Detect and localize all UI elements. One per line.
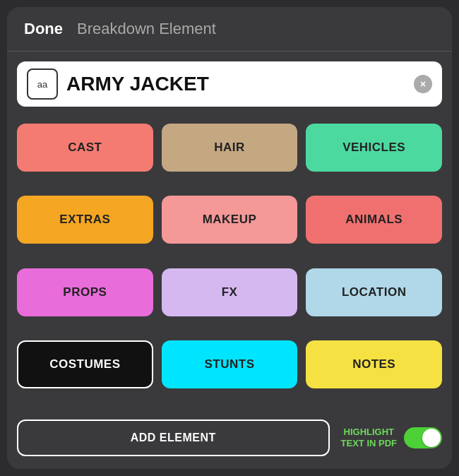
search-icon-label: aa — [37, 79, 47, 90]
highlight-section: HIGHLIGHTTEXT IN PDF — [341, 427, 442, 448]
props-button[interactable]: PROPS — [17, 268, 153, 316]
header: Done Breakdown Element — [7, 7, 452, 52]
highlight-toggle[interactable] — [404, 427, 442, 448]
notes-button[interactable]: NOTES — [306, 340, 442, 388]
search-clear-button[interactable]: × — [414, 75, 432, 93]
cast-button[interactable]: CAST — [17, 124, 153, 172]
vehicles-button[interactable]: VEHICLES — [306, 124, 442, 172]
add-element-button[interactable]: ADD ELEMENT — [17, 420, 330, 456]
header-title: Breakdown Element — [77, 20, 216, 38]
extras-button[interactable]: EXTRAS — [17, 196, 153, 244]
modal: Done Breakdown Element aa ARMY JACKET × … — [7, 7, 452, 469]
search-value[interactable]: ARMY JACKET — [66, 73, 405, 95]
done-button[interactable]: Done — [24, 20, 63, 38]
footer: ADD ELEMENT HIGHLIGHTTEXT IN PDF — [7, 411, 452, 469]
category-grid: CAST HAIR VEHICLES EXTRAS MAKEUP ANIMALS… — [7, 117, 452, 411]
search-area: aa ARMY JACKET × — [17, 61, 442, 107]
toggle-knob — [422, 429, 441, 447]
search-icon-box: aa — [27, 69, 58, 100]
highlight-label: HIGHLIGHTTEXT IN PDF — [341, 427, 397, 448]
makeup-button[interactable]: MAKEUP — [162, 196, 298, 244]
fx-button[interactable]: FX — [162, 268, 298, 316]
costumes-button[interactable]: COSTUMES — [17, 340, 153, 388]
stunts-button[interactable]: STUNTS — [162, 340, 298, 388]
hair-button[interactable]: HAIR — [162, 124, 298, 172]
animals-button[interactable]: ANIMALS — [306, 196, 442, 244]
location-button[interactable]: LOCATION — [306, 268, 442, 316]
